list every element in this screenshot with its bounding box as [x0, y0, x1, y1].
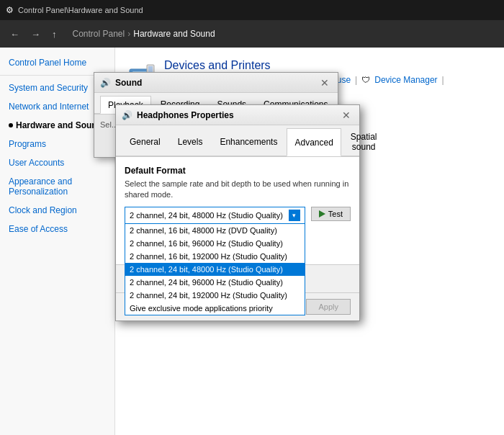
main-layout: Control Panel Home System and Security N… [0, 48, 504, 435]
devices-printers-title: Devices and Printers [164, 59, 444, 72]
tab-levels[interactable]: Levels [170, 128, 211, 156]
format-dropdown-selected[interactable]: 2 channel, 24 bit, 48000 Hz (Studio Qual… [125, 207, 305, 224]
dropdown-option-5[interactable]: 2 channel, 24 bit, 96000 Hz (Studio Qual… [125, 276, 305, 289]
active-bullet [9, 123, 13, 127]
default-format-title: Default Format [125, 166, 351, 176]
breadcrumb-home[interactable]: Control Panel [73, 29, 125, 39]
format-dropdown-row: 2 channel, 24 bit, 48000 Hz (Studio Qual… [125, 207, 351, 230]
dropdown-option-7[interactable]: Give exclusive mode applications priorit… [125, 302, 305, 315]
headphones-dialog: 🔊 Headphones Properties ✕ General Levels… [115, 104, 360, 321]
sidebar-home-label: Control Panel Home [9, 58, 86, 68]
sidebar-item-home[interactable]: Control Panel Home [0, 53, 114, 72]
back-button[interactable]: ← [6, 26, 24, 42]
play-icon [319, 210, 325, 218]
svg-rect-5 [148, 66, 153, 72]
default-format-desc: Select the sample rate and bit depth to … [125, 179, 351, 201]
test-button-label: Test [328, 210, 343, 218]
sidebar-item-clock-region[interactable]: Clock and Region [0, 201, 114, 220]
sound-dialog-close-button[interactable]: ✕ [318, 77, 332, 89]
content-area: Devices and Printers Add a device | Adva… [115, 48, 504, 435]
sidebar-label-network-internet: Network and Internet [9, 102, 89, 112]
shield-icon: 🛡 [361, 75, 370, 85]
sidebar-item-ease-access[interactable]: Ease of Access [0, 220, 114, 238]
breadcrumb-current: Hardware and Sound [133, 29, 215, 39]
dropdown-option-2[interactable]: 2 channel, 16 bit, 96000 Hz (Studio Qual… [125, 237, 305, 250]
hp-title-bar: 🔊 Headphones Properties ✕ [116, 105, 359, 125]
hp-dialog-title-label: Headphones Properties [137, 110, 234, 120]
dropdown-option-6[interactable]: 2 channel, 24 bit, 192000 Hz (Studio Qua… [125, 289, 305, 302]
format-dropdown-container: 2 channel, 24 bit, 48000 Hz (Studio Qual… [125, 207, 305, 224]
hp-title-text: 🔊 Headphones Properties [122, 110, 234, 120]
up-button[interactable]: ↑ [48, 26, 61, 42]
tab-general[interactable]: General [122, 128, 168, 156]
breadcrumb: Control Panel › Hardware and Sound [73, 29, 215, 39]
nav-bar: ← → ↑ Control Panel › Hardware and Sound [0, 20, 504, 48]
apply-button[interactable]: Apply [306, 299, 351, 315]
hp-dialog-icon: 🔊 [122, 110, 132, 120]
dropdown-option-3[interactable]: 2 channel, 16 bit, 192000 Hz (Studio Qua… [125, 250, 305, 263]
forward-button[interactable]: → [27, 26, 45, 42]
window-icon: ⚙ [6, 5, 14, 15]
tab-enhancements[interactable]: Enhancements [212, 128, 285, 156]
hp-dialog-tabs: General Levels Enhancements Advanced Spa… [116, 125, 359, 156]
tab-spatial-sound[interactable]: Spatial sound [343, 128, 385, 156]
sidebar-label-programs: Programs [9, 139, 46, 149]
tab-advanced[interactable]: Advanced [287, 128, 341, 156]
sidebar-item-appearance[interactable]: Appearance and Personalization [0, 172, 114, 201]
sound-dialog-title-text: 🔊 Sound [115, 78, 142, 88]
sidebar-label-appearance: Appearance and Personalization [9, 176, 106, 197]
dropdown-arrow-icon: ▾ [289, 210, 300, 221]
hp-dialog-content: Default Format Select the sample rate an… [116, 156, 359, 264]
format-dropdown-value: 2 channel, 24 bit, 48000 Hz (Studio Qual… [130, 211, 283, 220]
dropdown-option-4[interactable]: 2 channel, 24 bit, 48000 Hz (Studio Qual… [125, 263, 305, 276]
sound-dialog-title-bar: 🔊 Sound ✕ [115, 73, 338, 93]
dropdown-option-1[interactable]: 2 channel, 16 bit, 48000 Hz (DVD Quality… [125, 224, 305, 237]
sidebar-label-clock-region: Clock and Region [9, 205, 77, 215]
apply-label: Apply [318, 302, 338, 311]
sound-dialog-title-label: Sound [115, 78, 142, 88]
sidebar-label-ease-access: Ease of Access [9, 224, 68, 234]
device-manager-link[interactable]: Device Manager [374, 75, 437, 85]
sidebar-label-hardware-sound: Hardware and Sound [16, 120, 102, 130]
window-title: Control Panel\Hardware and Sound [18, 6, 143, 14]
title-bar: ⚙ Control Panel\Hardware and Sound [0, 0, 504, 20]
sidebar-label-system-security: System and Security [9, 83, 88, 93]
hp-dialog-close-button[interactable]: ✕ [339, 109, 354, 121]
test-button[interactable]: Test [311, 207, 351, 221]
format-dropdown-list: 2 channel, 16 bit, 48000 Hz (DVD Quality… [125, 224, 305, 315]
sidebar-label-user-accounts: User Accounts [9, 158, 64, 168]
